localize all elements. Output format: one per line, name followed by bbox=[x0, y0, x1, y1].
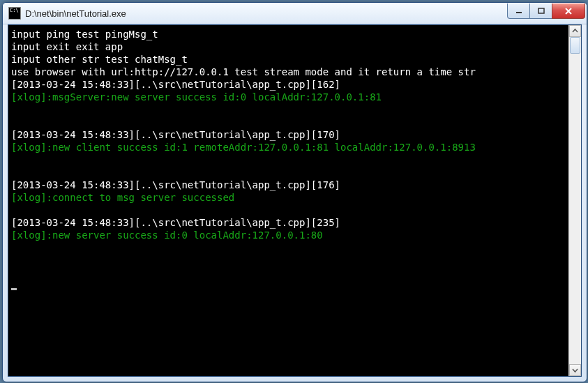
window-frame: D:\net\bin\netTutorial.exe input ping te… bbox=[2, 2, 587, 382]
console-line: input exit exit app bbox=[11, 40, 566, 53]
console-line bbox=[11, 254, 566, 266]
console-line: [xlog]:msgServer:new server success id:0… bbox=[11, 91, 566, 103]
console-line bbox=[11, 241, 566, 254]
window-controls bbox=[507, 3, 585, 19]
console-line: [xlog]:new server success id:0 localAddr… bbox=[11, 229, 566, 241]
console-line: [2013-03-24 15:48:33][..\src\netTutorial… bbox=[11, 179, 566, 191]
console-output[interactable]: input ping test pingMsg_tinput exit exit… bbox=[8, 25, 568, 376]
console-line bbox=[11, 103, 566, 116]
scroll-down-button[interactable] bbox=[569, 364, 581, 376]
svg-rect-1 bbox=[538, 8, 544, 13]
scrollbar-thumb[interactable] bbox=[570, 37, 580, 54]
svg-rect-0 bbox=[516, 12, 522, 13]
console-line bbox=[11, 153, 566, 166]
console-line: input other str test chatMsg_t bbox=[11, 53, 566, 66]
console-line: [2013-03-24 15:48:33][..\src\netTutorial… bbox=[11, 216, 566, 229]
console-line: [xlog]:connect to msg server successed bbox=[11, 191, 566, 204]
console-line: [2013-03-24 15:48:33][..\src\netTutorial… bbox=[11, 128, 566, 141]
console-line bbox=[11, 116, 566, 128]
chevron-down-icon bbox=[572, 367, 578, 373]
window-title: D:\net\bin\netTutorial.exe bbox=[25, 8, 507, 19]
close-icon bbox=[564, 7, 573, 15]
console-line: use browser with url:http://127.0.0.1 te… bbox=[11, 66, 566, 78]
console-line: [xlog]:new client success id:1 remoteAdd… bbox=[11, 141, 566, 153]
scroll-up-button[interactable] bbox=[569, 25, 581, 37]
console-line bbox=[11, 166, 566, 179]
vertical-scrollbar[interactable] bbox=[568, 25, 581, 376]
cursor bbox=[11, 288, 17, 290]
titlebar[interactable]: D:\net\bin\netTutorial.exe bbox=[3, 3, 587, 24]
maximize-button[interactable] bbox=[529, 3, 552, 19]
maximize-icon bbox=[538, 8, 545, 15]
minimize-button[interactable] bbox=[507, 3, 529, 19]
console-cursor-line bbox=[11, 279, 566, 292]
minimize-icon bbox=[515, 8, 522, 15]
client-area: input ping test pingMsg_tinput exit exit… bbox=[8, 24, 582, 377]
console-line: input ping test pingMsg_t bbox=[11, 28, 566, 40]
console-line: [2013-03-24 15:48:33][..\src\netTutorial… bbox=[11, 78, 566, 91]
close-button[interactable] bbox=[552, 3, 585, 19]
console-line bbox=[11, 266, 566, 279]
app-icon bbox=[8, 7, 21, 20]
scrollbar-track[interactable] bbox=[569, 37, 581, 364]
console-line bbox=[11, 204, 566, 216]
chevron-up-icon bbox=[572, 28, 578, 34]
